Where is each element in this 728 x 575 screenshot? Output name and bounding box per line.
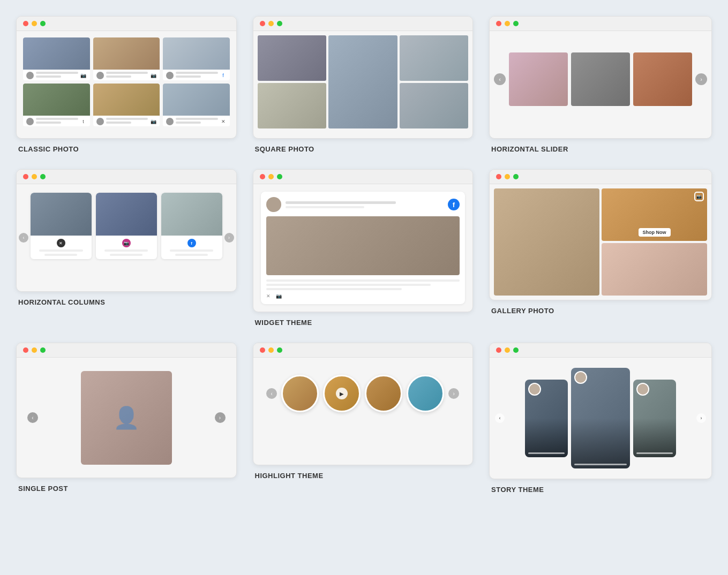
story-card-main — [571, 368, 630, 468]
photo-placeholder — [23, 84, 90, 116]
single-next-button[interactable]: › — [215, 412, 226, 423]
highlight-prev-button[interactable]: ‹ — [266, 388, 277, 399]
col-text-line — [39, 249, 82, 252]
col-text-line — [110, 254, 142, 256]
highlight-circle-1 — [281, 375, 319, 412]
browser-bar — [253, 17, 473, 31]
browser-window-classic: 📷 📷 — [16, 16, 237, 139]
dot-green — [513, 347, 519, 353]
dot-green — [277, 174, 282, 179]
dot-yellow — [268, 21, 274, 26]
photo-placeholder — [163, 84, 230, 116]
col-text-line — [175, 254, 208, 256]
theme-label-gallery: GALLERY PHOTO — [489, 307, 712, 315]
story-content: ‹ — [490, 358, 711, 479]
widget-header: f — [266, 197, 460, 212]
widget-main-image — [266, 216, 460, 275]
dot-green — [277, 21, 282, 26]
dot-yellow — [505, 174, 510, 179]
text-line-short — [106, 122, 131, 124]
text-line — [36, 118, 78, 120]
tumblr-icon: t — [80, 118, 87, 125]
theme-label-classic: CLASSIC PHOTO — [16, 145, 237, 153]
col-photo — [96, 193, 157, 236]
slider-image — [509, 52, 568, 106]
theme-label-highlight: HIGHLIGHT THEME — [253, 472, 474, 480]
story-user-avatar — [574, 371, 587, 384]
story-overlay — [525, 418, 568, 457]
col-text-line — [170, 249, 213, 252]
slider-content: ‹ › — [490, 31, 711, 138]
text-line-short — [36, 75, 61, 78]
browser-window-columns: ‹ ✕ 📷 — [16, 169, 237, 292]
square-cell — [400, 35, 469, 81]
slider-prev-button[interactable]: ‹ — [494, 73, 506, 85]
dot-red — [260, 21, 265, 26]
dot-green — [513, 174, 519, 179]
classic-item: t — [23, 84, 90, 126]
columns-next-button[interactable]: › — [224, 233, 234, 243]
dot-green — [277, 347, 282, 353]
gallery-side-photo-top: 📷 Shop Now — [602, 188, 707, 241]
col-item: 📷 — [96, 193, 157, 259]
single-prev-button[interactable]: ‹ — [27, 412, 38, 423]
dot-yellow — [32, 174, 37, 179]
story-username-line — [574, 464, 627, 465]
dot-yellow — [268, 347, 274, 353]
instagram-icon-overlay: 📷 — [694, 192, 704, 201]
photo-placeholder — [93, 84, 160, 116]
square-cell — [400, 83, 469, 128]
theme-label-slider: HORIZONTAL SLIDER — [489, 145, 712, 153]
square-photo-grid — [258, 35, 469, 128]
name-line — [286, 201, 396, 204]
classic-item-footer: 📷 — [93, 70, 160, 80]
gallery-content: 📷 Shop Now — [490, 184, 711, 300]
classic-item-footer: 📷 — [23, 70, 90, 80]
col-footer: 📷 — [96, 236, 157, 259]
text-line-short — [176, 75, 201, 78]
theme-label-widget: WIDGET THEME — [253, 319, 474, 327]
shop-now-button[interactable]: Shop Now — [639, 228, 671, 237]
story-next-button[interactable]: › — [696, 413, 706, 423]
classic-item: 📷 — [93, 84, 160, 126]
classic-item-footer: f — [163, 70, 230, 80]
dot-red — [496, 174, 501, 179]
story-username-line — [636, 452, 673, 454]
col-text-line — [104, 249, 148, 252]
text-lines — [176, 118, 218, 125]
twitter-icon: ✕ — [57, 239, 65, 247]
play-button[interactable]: ▶ — [336, 388, 348, 399]
slider-next-button[interactable]: › — [695, 73, 707, 85]
browser-window-gallery: 📷 Shop Now — [489, 169, 712, 300]
browser-bar — [490, 170, 711, 184]
browser-bar — [253, 170, 473, 184]
dot-green — [513, 21, 519, 26]
columns-prev-button[interactable]: ‹ — [19, 233, 28, 243]
browser-bar — [17, 170, 236, 184]
facebook-icon: f — [187, 239, 196, 247]
facebook-icon: f — [220, 72, 227, 79]
col-photo — [31, 193, 92, 236]
dot-red — [260, 174, 265, 179]
text-line — [106, 72, 148, 74]
dot-red — [23, 174, 28, 179]
theme-card-classic-photo: 📷 📷 — [16, 16, 237, 153]
theme-card-story: ‹ — [489, 343, 712, 494]
single-post-content: ‹ 👤 › — [17, 358, 236, 478]
browser-window-widget: f ✕ 📷 — [253, 169, 474, 312]
dot-green — [40, 21, 46, 26]
photo-placeholder — [23, 37, 90, 70]
story-prev-button[interactable]: ‹ — [495, 413, 505, 423]
avatar — [166, 118, 174, 125]
highlight-next-button[interactable]: › — [448, 388, 459, 399]
dot-green — [40, 174, 46, 179]
widget-name-lines — [286, 201, 444, 208]
square-cell — [258, 83, 327, 128]
browser-window-single: ‹ 👤 › — [16, 343, 237, 478]
slider-container: ‹ › — [494, 47, 707, 111]
browser-window-story: ‹ — [489, 343, 712, 479]
text-lines — [106, 72, 148, 79]
avatar — [96, 118, 104, 125]
story-overlay — [571, 418, 630, 468]
twitter-icon: ✕ — [220, 118, 227, 125]
